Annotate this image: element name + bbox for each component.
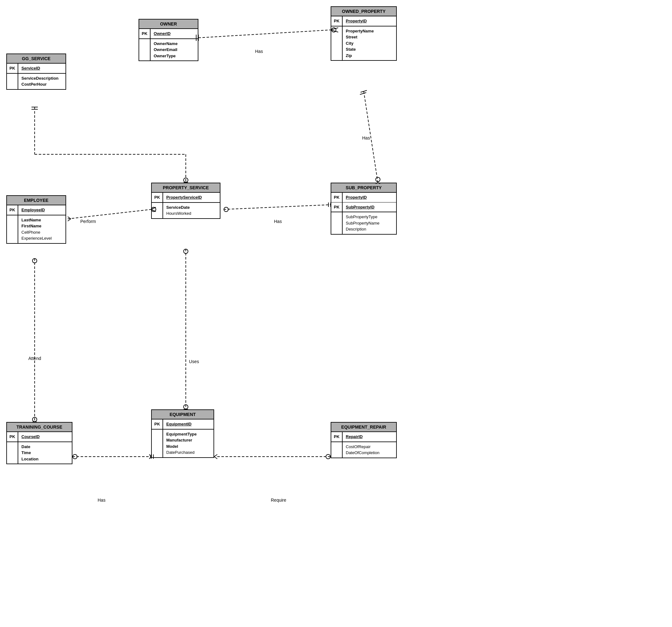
owned-property-pk-attr: PropertyID <box>343 16 370 26</box>
sub-property-attrs: SubPropertyType SubPropertyName Descript… <box>343 212 383 234</box>
svg-line-48 <box>214 457 217 459</box>
sub-property-empty <box>331 212 343 234</box>
svg-point-37 <box>184 405 188 409</box>
equipment-repair-empty <box>331 442 343 458</box>
sub-property-pk1-label: PK <box>331 193 343 202</box>
owned-property-attrs: PropertyName Street City State Zip <box>343 26 377 61</box>
equipment-repair-pk-label: PK <box>331 432 343 441</box>
owner-pk-label: PK <box>139 29 150 39</box>
svg-line-8 <box>360 93 366 95</box>
require-label: Require <box>271 498 286 503</box>
owner-pk-attr: OwnerID <box>150 29 173 39</box>
svg-point-9 <box>376 177 380 182</box>
svg-line-0 <box>198 30 331 38</box>
svg-point-41 <box>73 454 77 459</box>
training-course-header: TRANINING_COURSE <box>7 423 72 432</box>
svg-line-7 <box>361 90 367 92</box>
uses-label: Uses <box>189 359 199 364</box>
owner-attrs: OwnerName OwnerEmail OwnerType <box>150 39 181 61</box>
property-service-empty <box>152 203 163 218</box>
svg-line-47 <box>214 454 217 457</box>
employee-table: EMPLOYEE PK EmployeeID LastName FirstNam… <box>6 195 66 244</box>
has-label-training-equip: Has <box>98 498 105 503</box>
has-label-ps-sub: Has <box>274 219 282 224</box>
svg-point-17 <box>184 178 188 182</box>
equipment-repair-pk-attr: RepairID <box>343 432 366 441</box>
sub-property-table: SUB_PROPERTY PK PropertyID PK SubPropert… <box>331 183 397 235</box>
gg-service-empty <box>7 74 18 89</box>
svg-line-22 <box>68 219 71 221</box>
training-course-pk-attr: CourseID <box>18 432 43 441</box>
sub-property-pk1-attr: PropertyID <box>343 193 370 202</box>
equipment-table: EQUIPMENT PK EquipmentID EquipmentType M… <box>151 409 214 458</box>
sub-property-header: SUB_PROPERTY <box>331 183 396 193</box>
svg-line-26 <box>223 205 331 210</box>
er-connections <box>0 0 672 627</box>
equipment-empty <box>152 430 163 457</box>
sub-property-pk2-attr: SubPropertyID <box>343 202 378 212</box>
svg-point-49 <box>326 454 330 459</box>
attend-label: Attend <box>28 356 41 361</box>
gg-service-table: GG_SERVICE PK ServiceID ServiceDescripti… <box>6 53 66 90</box>
property-service-attrs: ServiceDate HoursWorked <box>163 203 194 218</box>
svg-point-27 <box>224 207 228 212</box>
equipment-attrs: EquipmentType Manufacturer Model DatePur… <box>163 430 200 457</box>
gg-service-pk-label: PK <box>7 64 18 73</box>
has-label-owned-sub: Has <box>362 136 370 141</box>
gg-service-attrs: ServiceDescription CostPerHour <box>18 74 62 89</box>
svg-point-32 <box>32 417 37 422</box>
svg-line-20 <box>68 210 151 219</box>
er-diagram: GG_SERVICE PK ServiceID ServiceDescripti… <box>0 0 672 627</box>
svg-line-21 <box>68 217 71 219</box>
sub-property-pk2-label: PK <box>331 202 343 212</box>
equipment-repair-table: EQUIPMENT_REPAIR PK RepairID CostOfRepai… <box>331 422 397 458</box>
gg-service-header: GG_SERVICE <box>7 54 66 64</box>
training-course-empty <box>7 442 18 464</box>
has-label-owner-owned: Has <box>255 49 263 54</box>
property-service-header: PROPERTY_SERVICE <box>152 183 220 193</box>
owner-header: OWNER <box>139 20 198 29</box>
equipment-pk-attr: EquipmentID <box>163 419 195 429</box>
perform-label: Perform <box>80 219 96 224</box>
training-course-attrs: Date Time Location <box>18 442 42 464</box>
employee-pk-label: PK <box>7 205 18 215</box>
owned-property-table: OWNED_PROPERTY PK PropertyID PropertyNam… <box>331 6 397 61</box>
svg-point-31 <box>32 259 37 263</box>
equipment-repair-header: EQUIPMENT_REPAIR <box>331 423 396 432</box>
training-course-pk-label: PK <box>7 432 18 441</box>
property-service-table: PROPERTY_SERVICE PK PropertyServiceID Se… <box>151 183 220 219</box>
employee-header: EMPLOYEE <box>7 196 66 205</box>
employee-empty <box>7 215 18 243</box>
gg-service-pk-attr: ServiceID <box>18 64 43 73</box>
equipment-repair-attrs: CostOfRepair DateOfCompletion <box>343 442 383 458</box>
employee-attrs: LastName FirstName CellPhone ExperienceL… <box>18 215 55 243</box>
owned-property-pk-label: PK <box>331 16 343 26</box>
property-service-pk-label: PK <box>152 193 163 202</box>
svg-point-36 <box>184 249 188 254</box>
equipment-pk-label: PK <box>152 419 163 429</box>
owned-property-empty <box>331 26 343 61</box>
owned-property-header: OWNED_PROPERTY <box>331 7 396 16</box>
owner-table: OWNER PK OwnerID OwnerName OwnerEmail Ow… <box>139 19 198 61</box>
employee-pk-attr: EmployeeID <box>18 205 48 215</box>
property-service-pk-attr: PropertyServiceID <box>163 193 205 202</box>
training-course-table: TRANINING_COURSE PK CourseID Date Time L… <box>6 422 72 464</box>
equipment-header: EQUIPMENT <box>152 410 214 419</box>
owner-empty <box>139 39 150 61</box>
